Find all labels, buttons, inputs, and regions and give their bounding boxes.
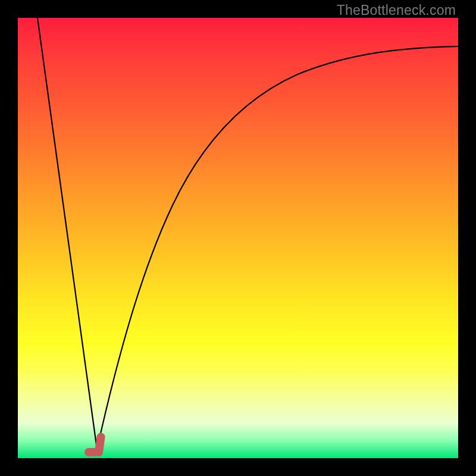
chart-frame: TheBottleneck.com — [0, 0, 476, 476]
plot-area — [18, 18, 458, 458]
watermark-text: TheBottleneck.com — [337, 2, 456, 18]
curves-layer — [18, 18, 458, 458]
tick-stem — [94, 432, 105, 457]
bottleneck-marker — [84, 433, 105, 456]
left-descending-line — [37, 18, 97, 449]
right-saturating-curve — [97, 46, 458, 449]
